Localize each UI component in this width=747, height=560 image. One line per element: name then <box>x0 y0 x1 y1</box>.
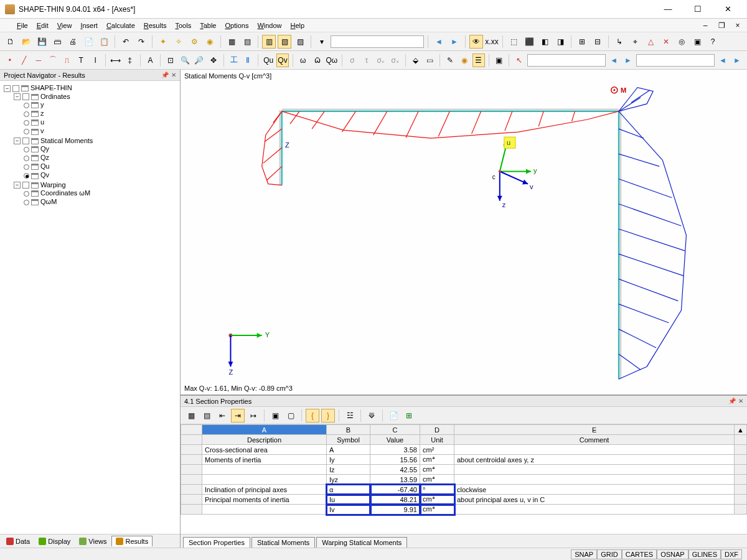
navtab-results[interactable]: Results <box>111 536 153 546</box>
status-osnap[interactable]: OSNAP <box>657 549 688 559</box>
sel2-prev-icon[interactable]: ◄ <box>716 54 729 67</box>
status-grid[interactable]: GRID <box>597 549 622 559</box>
omega-a-icon[interactable]: ω <box>297 54 309 67</box>
zoom-out-icon[interactable]: 🔎 <box>193 54 205 67</box>
pt-btn-10[interactable]: ☳ <box>343 409 357 422</box>
table-row[interactable]: Iyz13.59cm⁴ <box>181 475 747 485</box>
saveall-icon[interactable]: 🗃 <box>50 35 64 49</box>
undo-icon[interactable]: ↶ <box>119 35 133 49</box>
sel2-next-icon[interactable]: ► <box>731 54 743 67</box>
navtab-display[interactable]: Display <box>35 536 74 546</box>
sigma-d-icon[interactable]: σₓ <box>389 54 402 67</box>
omega-b-icon[interactable]: ῶ <box>311 54 324 67</box>
q-btn-a[interactable]: Qu <box>262 54 275 67</box>
menu-file[interactable]: File <box>12 21 32 30</box>
zoom-in-icon[interactable]: 🔍 <box>179 54 191 67</box>
pt-excel-icon[interactable]: ⊞ <box>402 409 416 422</box>
menu-options[interactable]: Options <box>220 21 253 30</box>
triangle-icon[interactable]: △ <box>644 35 657 49</box>
mdi-close-icon[interactable]: × <box>731 19 745 32</box>
tree-item[interactable]: Coordinates ωM <box>24 189 179 197</box>
target-icon[interactable]: ◎ <box>675 35 688 49</box>
menu-insert[interactable]: Insert <box>76 21 102 30</box>
ishape-icon[interactable]: I <box>89 54 101 67</box>
sel-prev-icon[interactable]: ◄ <box>608 54 620 67</box>
pt-btn-1[interactable]: ▦ <box>184 409 198 422</box>
redo-icon[interactable]: ↷ <box>134 35 148 49</box>
sigma-b-icon[interactable]: τ <box>360 54 373 67</box>
tree-item[interactable]: z <box>24 109 179 118</box>
help-icon[interactable]: ? <box>706 35 720 49</box>
menu-table[interactable]: Table <box>195 21 220 30</box>
table-row[interactable]: Principal moments of inertiaIu48.21cm⁴ab… <box>181 495 747 505</box>
proptab-statical-moments[interactable]: Statical Moments <box>251 537 315 548</box>
tree-item[interactable]: Qv <box>24 170 179 179</box>
pt-btn-9[interactable]: } <box>321 409 335 422</box>
pt-btn-11[interactable]: ⟱ <box>365 409 378 422</box>
calc-icon[interactable]: ✦ <box>156 35 170 49</box>
sel-next-icon[interactable]: ► <box>622 54 634 67</box>
doc-icon[interactable] <box>2 21 11 30</box>
close2-icon[interactable]: ✕ <box>738 398 743 404</box>
section-h-icon[interactable]: Ⅱ <box>242 54 254 67</box>
pin2-icon[interactable]: 📌 <box>728 398 736 404</box>
dim-a-icon[interactable]: ⟷ <box>110 54 122 67</box>
node-icon[interactable]: • <box>4 54 16 67</box>
arc-icon[interactable]: ⌒ <box>47 54 59 67</box>
draw-a-icon[interactable]: ✎ <box>444 54 456 67</box>
table-row[interactable]: Moments of inertiaIy15.56cm⁴about centro… <box>181 455 747 465</box>
line2-icon[interactable]: ─ <box>32 54 45 67</box>
report-icon[interactable]: 📋 <box>97 35 111 49</box>
q-btn-b[interactable]: Qv <box>276 54 289 67</box>
tree-item[interactable]: Qz <box>24 153 179 162</box>
gear-icon[interactable]: ⚙ <box>187 35 201 49</box>
sigma-c-icon[interactable]: σᵥ <box>375 54 387 67</box>
mdi-restore-icon[interactable]: ❐ <box>715 19 728 32</box>
cross-icon[interactable]: ✕ <box>659 35 673 49</box>
menu-tools[interactable]: Tools <box>171 21 195 30</box>
tree-item[interactable]: v <box>24 126 179 135</box>
menu-view[interactable]: View <box>53 21 77 30</box>
eye-icon[interactable]: 👁 <box>469 35 483 49</box>
close-button[interactable]: ✕ <box>713 1 742 18</box>
navtab-data[interactable]: Data <box>2 536 34 546</box>
status-snap[interactable]: SNAP <box>571 549 597 559</box>
combo-sel[interactable] <box>527 54 606 67</box>
zoom-win-icon[interactable]: ⊡ <box>164 54 177 67</box>
tree-item[interactable]: Qy <box>24 144 179 153</box>
sigma-a-icon[interactable]: σ <box>346 54 359 67</box>
next-icon[interactable]: ► <box>448 35 461 49</box>
panel-close-icon[interactable]: ✕ <box>171 72 176 78</box>
dd-arrow-icon[interactable]: ▾ <box>315 35 329 49</box>
pt-btn-8[interactable]: { <box>306 409 319 422</box>
calc2-icon[interactable]: ✧ <box>172 35 186 49</box>
proptab-warping-statical-moments[interactable]: Warping Statical Moments <box>316 537 407 548</box>
pt-btn-6[interactable]: ▣ <box>268 409 282 422</box>
view-d-icon[interactable]: ◨ <box>553 35 567 49</box>
proptab-section-properties[interactable]: Section Properties <box>183 537 250 548</box>
dim-b-icon[interactable]: ‡ <box>124 54 136 67</box>
view-b-icon[interactable]: ⬛ <box>522 35 536 49</box>
grid-b-icon[interactable]: ⊟ <box>591 35 604 49</box>
pt-btn-12[interactable]: 📄 <box>387 409 400 422</box>
tree-item[interactable]: y <box>24 100 179 109</box>
poly-icon[interactable]: ⎍ <box>60 54 73 67</box>
combo-view[interactable] <box>331 35 424 48</box>
print-icon[interactable]: 🖨 <box>66 35 80 49</box>
menu-results[interactable]: Results <box>139 21 171 30</box>
minimize-button[interactable]: — <box>654 1 682 18</box>
prev-icon[interactable]: ◄ <box>432 35 446 49</box>
tree-item[interactable]: QωM <box>24 197 179 206</box>
viewport[interactable]: Statical Moments Q-v [cm^3] <box>181 70 747 395</box>
menu-help[interactable]: Help <box>286 21 309 30</box>
anchor-icon[interactable]: ⌖ <box>628 35 642 49</box>
pt-btn-5[interactable]: ↦ <box>247 409 260 422</box>
view-c-icon[interactable]: ◧ <box>538 35 552 49</box>
print-preview-icon[interactable]: 📄 <box>82 35 95 49</box>
draw-b-icon[interactable]: ◉ <box>458 54 471 67</box>
qomega-icon[interactable]: Qω <box>326 54 339 67</box>
pt-btn-4[interactable]: ⇥ <box>231 409 245 422</box>
pt-btn-2[interactable]: ▤ <box>200 409 214 422</box>
table-row[interactable]: Cross-sectional areaA3.58cm² <box>181 445 747 455</box>
table-row[interactable]: Inclination of principal axesα-67.40°clo… <box>181 485 747 495</box>
